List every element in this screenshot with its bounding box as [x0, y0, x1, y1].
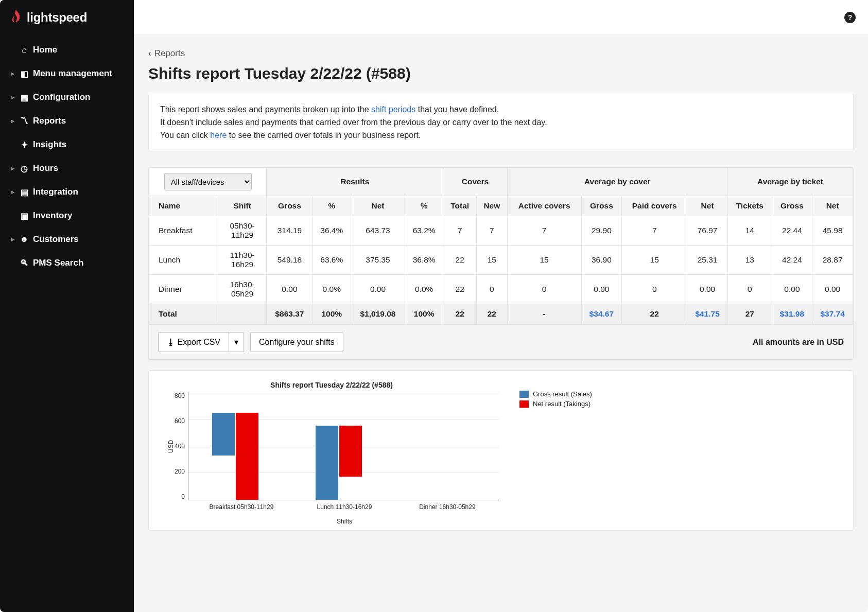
cell-net: $1,019.08	[351, 304, 405, 324]
header-group-results: Results	[267, 168, 443, 196]
y-axis-label: USD	[164, 392, 175, 500]
col-name: Name	[149, 196, 218, 216]
topbar: ?	[134, 0, 868, 35]
help-icon[interactable]: ?	[844, 12, 856, 23]
col-total: Total	[443, 196, 477, 216]
staff-filter-select[interactable]: All staff/devices	[164, 173, 252, 190]
cell-net2[interactable]: $41.75	[687, 304, 728, 324]
page-title: Shifts report Tuesday 2/22/22 (#588)	[148, 65, 854, 82]
cell-new: 0	[476, 275, 507, 304]
brand-name: lightspeed	[27, 10, 87, 25]
cell-total: 7	[443, 216, 477, 246]
cell-net2: 0.00	[687, 275, 728, 304]
insights-icon: ✦	[18, 140, 31, 150]
table-footer: ⭳ Export CSV ▾ Configure your shifts All…	[149, 324, 853, 359]
cell-gross3: 0.00	[772, 275, 812, 304]
cell-net: 375.35	[351, 246, 405, 275]
chart-card: Shifts report Tuesday 2/22/22 (#588) USD…	[148, 370, 854, 531]
sidebar-item-menu-management[interactable]: ▸◧ Menu management	[0, 62, 134, 85]
x-axis-label: Shifts	[190, 518, 499, 525]
breadcrumb[interactable]: ‹Reports	[148, 48, 854, 59]
cell-gross2: 36.90	[581, 246, 622, 275]
customers-icon: ☻	[18, 235, 31, 244]
sidebar-item-customers[interactable]: ▸☻ Customers	[0, 228, 134, 251]
sidebar-item-reports[interactable]: ▸〽 Reports	[0, 109, 134, 133]
cell-gross2[interactable]: $34.67	[581, 304, 622, 324]
cell-shift	[218, 304, 266, 324]
cell-pct: 63.6%	[313, 246, 351, 275]
sidebar-item-label: Customers	[33, 234, 79, 244]
table-total-row: Total $863.37 100% $1,019.08 100% 22 22 …	[149, 304, 853, 324]
sidebar-item-label: Reports	[33, 116, 66, 126]
cell-paid: 22	[622, 304, 687, 324]
sidebar-item-home[interactable]: ⌂ Home	[0, 38, 134, 62]
bar-group	[310, 426, 367, 500]
sidebar-item-configuration[interactable]: ▸▦ Configuration	[0, 85, 134, 109]
cell-net: 0.00	[351, 275, 405, 304]
logo: lightspeed	[0, 0, 134, 35]
chart-title: Shifts report Tuesday 2/22/22 (#588)	[164, 381, 499, 389]
sidebar-item-inventory[interactable]: ▣ Inventory	[0, 204, 134, 228]
col-paid-covers: Paid covers	[622, 196, 687, 216]
cell-gross2: 0.00	[581, 275, 622, 304]
cell-tickets: 14	[727, 216, 772, 246]
bar-net	[339, 426, 362, 477]
cell-paid: 0	[622, 275, 687, 304]
caret-down-icon: ▾	[234, 338, 238, 346]
cell-active: -	[507, 304, 581, 324]
chart-legend: Gross result (Sales) Net result (Takings…	[519, 390, 592, 525]
cell-net3: 45.98	[812, 216, 853, 246]
shifts-table-card: All staff/devices Results Covers Average…	[148, 167, 854, 360]
sidebar-item-label: Configuration	[33, 92, 90, 102]
sidebar-nav: ⌂ Home ▸◧ Menu management ▸▦ Configurati…	[0, 35, 134, 275]
legend-item-gross: Gross result (Sales)	[519, 390, 592, 398]
chart-plot-area	[188, 392, 499, 500]
bar-group	[207, 413, 264, 500]
sidebar-item-insights[interactable]: ✦ Insights	[0, 133, 134, 156]
col-gross: Gross	[772, 196, 812, 216]
sidebar-item-label: Menu management	[33, 68, 112, 79]
cell-net2: 25.31	[687, 246, 728, 275]
cell-net3[interactable]: $37.74	[812, 304, 853, 324]
sidebar-item-pms-search[interactable]: 🔍︎ PMS Search	[0, 251, 134, 275]
cell-name: Lunch	[149, 246, 218, 275]
caret-right-icon: ▸	[8, 94, 18, 101]
sidebar-item-hours[interactable]: ▸◷ Hours	[0, 156, 134, 180]
col-net: Net	[812, 196, 853, 216]
cell-gross: 0.00	[267, 275, 313, 304]
info-text: You can click	[160, 131, 210, 139]
bar-gross	[212, 413, 235, 455]
cell-pct: 100%	[405, 304, 443, 324]
cell-active: 7	[507, 216, 581, 246]
sidebar-item-integration[interactable]: ▸▤ Integration	[0, 180, 134, 204]
export-csv-dropdown[interactable]: ▾	[229, 332, 244, 352]
caret-right-icon: ▸	[8, 236, 18, 243]
cell-net: 643.73	[351, 216, 405, 246]
configure-shifts-button[interactable]: Configure your shifts	[250, 332, 343, 352]
cell-gross3[interactable]: $31.98	[772, 304, 812, 324]
business-report-link[interactable]: here	[210, 131, 227, 139]
x-tick: Dinner 16h30-05h29	[396, 503, 499, 511]
integration-icon: ▤	[18, 187, 31, 197]
sidebar-item-label: Insights	[33, 139, 66, 150]
cell-net2: 76.97	[687, 216, 728, 246]
shifts-table: All staff/devices Results Covers Average…	[149, 167, 853, 324]
cell-tickets: 13	[727, 246, 772, 275]
caret-right-icon: ▸	[8, 188, 18, 196]
flame-icon	[10, 9, 22, 26]
cell-name: Dinner	[149, 275, 218, 304]
reports-icon: 〽	[18, 116, 31, 126]
cell-name: Breakfast	[149, 216, 218, 246]
cell-total: 22	[443, 275, 477, 304]
export-csv-button[interactable]: ⭳ Export CSV	[158, 332, 229, 352]
cell-gross: $863.37	[267, 304, 313, 324]
cell-shift: 16h30-05h29	[218, 275, 266, 304]
shift-periods-link[interactable]: shift periods	[371, 105, 415, 114]
legend-label: Gross result (Sales)	[533, 390, 592, 398]
hours-icon: ◷	[18, 164, 31, 173]
cell-net3: 28.87	[812, 246, 853, 275]
table-row: Lunch 11h30-16h29 549.18 63.6% 375.35 36…	[149, 246, 853, 275]
home-icon: ⌂	[18, 45, 31, 55]
info-text: to see the carried over totals in your b…	[227, 131, 421, 139]
y-axis-ticks: 8006004002000	[175, 392, 188, 500]
